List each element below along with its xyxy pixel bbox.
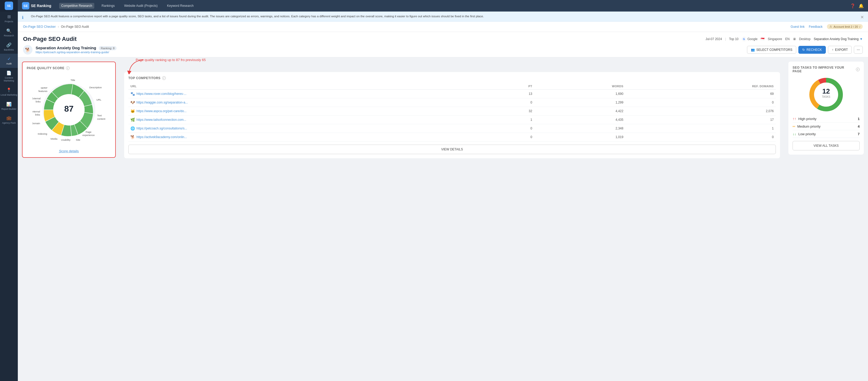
sidebar-item-research[interactable]: 🔍 Research xyxy=(0,26,18,40)
competitor-url-cell-5: 🐕 https://activek9academy.com/onlin... xyxy=(128,133,488,142)
main-area: SE SE Ranking Competitive Research Ranki… xyxy=(18,0,868,381)
logo-box: SE xyxy=(5,2,13,10)
competitor-row-5: 🐕 https://activek9academy.com/onlin... 0… xyxy=(128,133,776,142)
nav-competitive-research[interactable]: Competitive Research xyxy=(59,3,94,9)
subject-name: Separation Anxiety Dog Training xyxy=(36,46,96,50)
meta-google: G Google xyxy=(742,37,758,41)
info-banner-text: On-Page SEO Audit features a comprehensi… xyxy=(31,15,484,18)
priority-count-1: 4 xyxy=(858,124,860,128)
view-details-button[interactable]: VIEW DETAILS xyxy=(128,145,776,154)
competitor-pt-3: 1 xyxy=(488,116,534,124)
svg-text:87: 87 xyxy=(64,104,73,114)
more-options-button[interactable]: ⋯ xyxy=(854,46,863,54)
quality-score-chart: 87 Title Description URL Text content Pa… xyxy=(32,73,105,146)
meta-country: Singapore xyxy=(768,37,782,41)
keyword-dropdown[interactable]: Separation Anxiety Dog Training ▼ xyxy=(814,37,863,41)
notifications-icon[interactable]: 🔔 xyxy=(859,3,864,8)
seo-tasks-card: SEO TASKS TO IMPROVE YOUR PAGE i xyxy=(788,62,864,155)
competitor-link-3[interactable]: https://www.tailsofconnection.com... xyxy=(136,118,186,122)
guest-link[interactable]: Guest link xyxy=(791,25,805,29)
competitor-link-0[interactable]: https://www.rover.com/blog/heres-... xyxy=(136,92,186,96)
left-column: PAGE QUALITY SCORE i xyxy=(18,57,120,381)
competitor-favicon-5: 🐕 xyxy=(130,135,135,139)
svg-text:Domain: Domain xyxy=(32,122,40,125)
sidebar-item-agency-pack[interactable]: 💼 Agency Pack xyxy=(0,113,18,127)
competitor-favicon-4: 🌐 xyxy=(130,126,135,130)
view-all-tasks-button[interactable]: VIEW ALL TASKS xyxy=(793,141,860,150)
feedback-link[interactable]: Feedback xyxy=(809,25,823,29)
priority-icon-2: ↓↓ xyxy=(793,132,796,136)
page-quality-title: PAGE QUALITY SCORE i xyxy=(27,66,111,70)
backlinks-icon: 🔗 xyxy=(6,42,11,48)
svg-text:Site: Site xyxy=(76,138,80,141)
sidebar-item-backlinks[interactable]: 🔗 Backlinks xyxy=(0,40,18,54)
nav-website-audit[interactable]: Website Audit (Projects) xyxy=(122,3,160,9)
competitor-link-5[interactable]: https://activek9academy.com/onlin... xyxy=(136,135,187,139)
sidebar: SE ⊞ Projects 🔍 Research 🔗 Backlinks ✓ A… xyxy=(0,0,18,381)
competitor-row-3: 🌿 https://www.tailsofconnection.com... 1… xyxy=(128,116,776,124)
competitor-row-4: 🌐 https://petcoach.sg/consultations/s...… xyxy=(128,124,776,133)
competitor-pt-2: 32 xyxy=(488,107,534,116)
agency-pack-icon: 💼 xyxy=(6,116,11,120)
competitor-link-4[interactable]: https://petcoach.sg/consultations/s... xyxy=(136,126,187,130)
report-builder-icon: 📊 xyxy=(6,102,11,107)
priority-row-1: ═ Medium priority 4 xyxy=(793,123,860,130)
sidebar-item-content-marketing[interactable]: 📄 Content Marketing xyxy=(0,68,18,85)
priority-row-0: ↑↑ High priority 1 xyxy=(793,115,860,123)
competitor-url-cell-4: 🌐 https://petcoach.sg/consultations/s... xyxy=(128,124,488,133)
sidebar-item-report-builder[interactable]: 📊 Report Builder xyxy=(0,99,18,113)
svg-text:experience: experience xyxy=(83,134,95,137)
competitor-refdomains-4: 1 xyxy=(625,124,776,133)
svg-text:Internal: Internal xyxy=(32,110,40,113)
priority-count-2: 7 xyxy=(858,132,860,136)
competitor-refdomains-1: 0 xyxy=(625,98,776,107)
competitor-link-2[interactable]: https://www.aspca.org/pet-care/do... xyxy=(136,109,186,113)
svg-text:Media: Media xyxy=(51,137,58,140)
audit-icon: ✓ xyxy=(7,56,11,61)
recheck-button[interactable]: ↻ RECHECK xyxy=(798,46,826,54)
svg-text:features: features xyxy=(38,90,48,92)
competitor-words-5: 1,019 xyxy=(534,133,625,142)
subject-url[interactable]: https://petcoach.sg/dog-separation-anxie… xyxy=(36,51,109,54)
sidebar-item-projects[interactable]: ⊞ Projects xyxy=(0,11,18,26)
donut-chart: 12 TASKS xyxy=(808,76,844,113)
svg-text:content: content xyxy=(97,117,105,120)
help-icon[interactable]: ❓ xyxy=(850,3,856,8)
sidebar-item-local-marketing[interactable]: 📍 Local Marketing xyxy=(0,85,18,99)
sidebar-item-audit[interactable]: ✓ Audit xyxy=(0,54,18,68)
subject-actions: 👥 SELECT COMPETITORS ↻ RECHECK ↑ EXPORT … xyxy=(747,46,863,54)
annotation-text: Page quality ranking up to 87 fro previo… xyxy=(136,58,206,62)
svg-text:External: External xyxy=(32,97,40,100)
info-banner: ℹ On-Page SEO Audit features a comprehen… xyxy=(18,11,868,22)
breadcrumb-item-1[interactable]: On-Page SEO Checker xyxy=(23,25,56,29)
svg-text:Page: Page xyxy=(86,130,91,134)
account-limit-text: Account limit 2 / 20 xyxy=(834,25,858,28)
export-button[interactable]: ↑ EXPORT xyxy=(828,46,852,54)
priorities-list: ↑↑ High priority 1 ═ Medium priority 4 ↓… xyxy=(793,115,860,138)
seo-tasks-info-icon[interactable]: i xyxy=(856,68,860,71)
competitor-pt-1: 0 xyxy=(488,98,534,107)
competitor-refdomains-2: 2,076 xyxy=(625,107,776,116)
select-competitors-button[interactable]: 👥 SELECT COMPETITORS xyxy=(747,46,797,54)
nav-keyword-research[interactable]: Keyword Research xyxy=(165,3,196,9)
nav-rankings[interactable]: Rankings xyxy=(99,3,117,9)
page-quality-info-icon[interactable]: i xyxy=(66,66,70,70)
competitors-info-icon[interactable]: i xyxy=(162,76,166,80)
col-url: URL xyxy=(128,83,488,90)
score-details-link[interactable]: Score details xyxy=(27,149,111,153)
top-navigation: SE SE Ranking Competitive Research Ranki… xyxy=(18,0,868,11)
priority-label-1: ═ Medium priority xyxy=(793,124,820,128)
brand-name: SE SE Ranking xyxy=(22,2,51,9)
chevron-down-icon: ▼ xyxy=(860,37,863,41)
competitor-favicon-3: 🌿 xyxy=(130,118,135,122)
close-banner-button[interactable]: ✕ xyxy=(860,14,864,21)
svg-text:TASKS: TASKS xyxy=(822,95,830,98)
topnav-icons: ❓ 🔔 xyxy=(850,3,864,8)
competitor-link-1[interactable]: https://waggie.com.sg/separation-a... xyxy=(136,100,188,104)
competitor-row-1: 🐶 https://waggie.com.sg/separation-a... … xyxy=(128,98,776,107)
export-icon: ↑ xyxy=(832,48,833,52)
competitor-row-2: 🐱 https://www.aspca.org/pet-care/do... 3… xyxy=(128,107,776,116)
competitor-favicon-0: 🐾 xyxy=(130,92,135,96)
info-icon: ℹ xyxy=(22,15,24,21)
meta-date: Jul-07 2024 xyxy=(706,37,722,41)
